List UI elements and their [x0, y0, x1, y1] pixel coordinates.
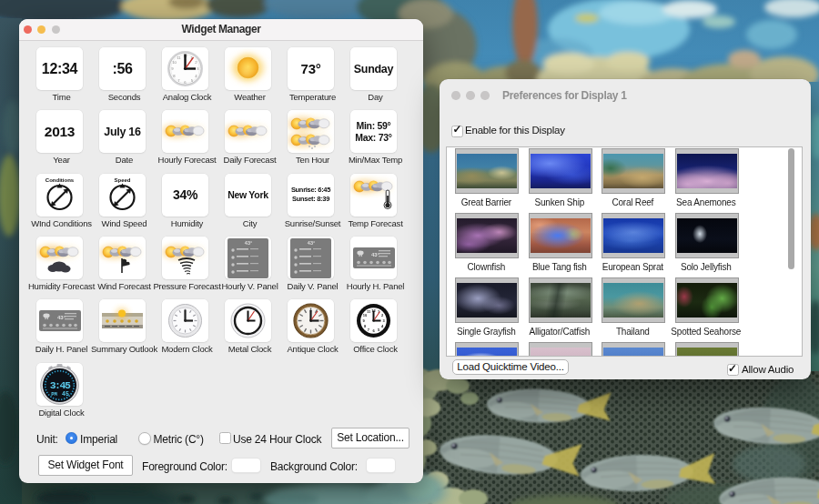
svg-text:Speed: Speed: [114, 177, 130, 183]
svg-text:45: 45: [62, 391, 69, 398]
svg-text:10: 10: [172, 60, 177, 65]
svg-text:11: 11: [177, 55, 181, 60]
svg-text:PM: PM: [51, 390, 57, 397]
svg-text:Conditions: Conditions: [46, 177, 75, 183]
svg-text:43°: 43°: [245, 240, 252, 246]
svg-text:43°: 43°: [308, 240, 315, 246]
svg-text:3:45: 3:45: [50, 379, 71, 391]
